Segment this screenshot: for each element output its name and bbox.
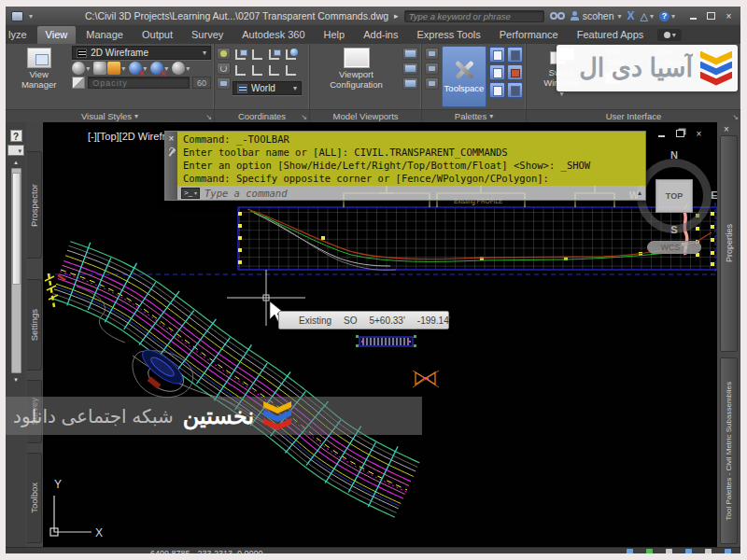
tab-add-ins[interactable]: Add-ins	[355, 26, 406, 44]
search-input[interactable]: Type a keyword or phrase	[404, 10, 544, 22]
toolspace-tab-toolbox[interactable]: Toolbox	[27, 453, 42, 543]
dbconnect-icon[interactable]	[489, 82, 505, 98]
ucs-3point-icon[interactable]	[249, 63, 265, 78]
viewcube-south[interactable]: S	[668, 224, 681, 235]
ucs-object-icon[interactable]	[266, 48, 282, 63]
close-button[interactable]: ×	[723, 11, 735, 21]
scrollbar-thumb[interactable]	[12, 173, 21, 285]
ucs-axis-icon: Y X	[50, 478, 103, 539]
tab-featured-apps[interactable]: Featured Apps	[569, 26, 653, 44]
status-toggle-icons[interactable]	[627, 549, 731, 553]
search-binoculars-icon[interactable]	[550, 11, 565, 21]
ucs-view-icon[interactable]	[283, 63, 299, 78]
face-style-icon[interactable]	[72, 62, 85, 75]
command-customize-icon[interactable]	[168, 148, 176, 157]
textures-icon[interactable]	[150, 62, 163, 75]
sheet-set-manager-icon[interactable]	[507, 47, 523, 63]
restore-viewports-icon[interactable]	[402, 77, 418, 90]
external-references-icon[interactable]	[507, 82, 523, 98]
ucs-world-icon[interactable]	[283, 48, 299, 63]
viewcube-north[interactable]: N	[668, 149, 681, 161]
ucs-z-axis-icon[interactable]	[266, 63, 282, 78]
ucs-rotate-icon[interactable]	[217, 63, 231, 75]
palettes-panel-label[interactable]: Palettes ▾	[422, 109, 526, 122]
tab-performance[interactable]: Performance	[491, 26, 567, 44]
ucs-origin-icon[interactable]	[233, 63, 248, 78]
ucs-named-icon[interactable]	[233, 48, 248, 63]
wcs-dropdown[interactable]: WCS ▾	[647, 241, 701, 254]
drawing-close-icon[interactable]: ×	[694, 129, 704, 138]
render-quality-icon[interactable]	[172, 62, 185, 75]
user-interface-dialog-launcher-icon[interactable]: ↘	[732, 113, 739, 121]
lighting-dropdown-icon[interactable]: ▾	[121, 64, 125, 73]
visual-style-combo[interactable]: 2D Wireframe ▾	[72, 46, 211, 60]
blocks-palette-icon[interactable]	[425, 63, 439, 75]
a360-icon[interactable]: △▾	[641, 10, 654, 22]
tab-autodesk-360[interactable]: Autodesk 360	[233, 26, 313, 44]
tool-palettes-icon[interactable]	[489, 47, 505, 63]
ucs-plane-icon[interactable]	[217, 77, 231, 90]
ucs-icon-show-icon[interactable]	[217, 48, 231, 60]
wcs-label: WCS	[660, 243, 680, 252]
join-viewports-icon[interactable]	[402, 63, 418, 75]
tab-express-tools[interactable]: Express Tools	[408, 26, 488, 44]
tab-survey[interactable]: Survey	[183, 26, 232, 44]
visual-styles-panel-label[interactable]: Visual Styles ▾ ↘	[6, 109, 214, 122]
ribbon-display-toggle[interactable]: ▾	[657, 29, 682, 41]
visual-styles-dialog-launcher-icon[interactable]: ↘	[205, 113, 212, 121]
toolspace-scrollbar[interactable]	[11, 168, 21, 373]
minimize-button[interactable]	[687, 11, 699, 21]
tab-view[interactable]: View	[37, 26, 77, 44]
view-manager-button[interactable]: View Manager	[8, 46, 69, 107]
tab-output[interactable]: Output	[134, 26, 181, 44]
application-menu-icon[interactable]	[11, 11, 23, 21]
help-button[interactable]: ?▾	[659, 11, 682, 21]
viewcube-east[interactable]: E	[708, 189, 717, 201]
opacity-value[interactable]: 60	[192, 77, 211, 89]
maximize-button[interactable]	[705, 11, 717, 21]
tool-palettes-bar[interactable]: Tool Palettes - Civil Metric Subassembli…	[720, 357, 738, 544]
viewcube-top-face[interactable]: TOP	[655, 179, 693, 213]
coordinates-dialog-launcher-icon[interactable]: ↘	[301, 113, 307, 121]
palette-close-icon[interactable]: ×	[724, 124, 729, 134]
face-style-dropdown-icon[interactable]: ▾	[86, 64, 90, 73]
lighting-icon[interactable]	[107, 62, 120, 75]
materials-icon[interactable]	[129, 62, 142, 75]
properties-palette-bar[interactable]: Properties	[720, 135, 738, 352]
ucs-previous-icon[interactable]	[249, 48, 265, 63]
viewport-configuration-button[interactable]: Viewport Configuration	[313, 46, 400, 107]
scroll-up-icon[interactable]: ▴	[14, 159, 18, 165]
user-interface-panel-label[interactable]: User Interface ↘	[527, 109, 740, 122]
model-viewports-panel-label[interactable]: Model Viewports	[310, 109, 421, 122]
drawing-minimize-icon[interactable]	[656, 129, 667, 138]
toolspace-help-button[interactable]: ?	[10, 130, 22, 142]
command-line: Command: Specify opposite corner or [Fen…	[183, 172, 640, 185]
scroll-down-icon[interactable]: ▾	[14, 376, 18, 383]
xray-mode-icon[interactable]	[72, 77, 85, 89]
toolspace-tab-settings[interactable]: Settings	[27, 279, 42, 371]
camera-icon	[664, 32, 670, 38]
shadow-style-icon[interactable]	[93, 62, 106, 75]
toolspace-tab-prospector[interactable]: Prospector	[27, 151, 42, 259]
coordinates-panel-label[interactable]: Coordinates ↘	[215, 109, 309, 122]
markup-set-manager-icon[interactable]	[489, 64, 505, 80]
signin-button[interactable]: scohen ▾	[571, 10, 622, 21]
quickcalc-icon[interactable]	[425, 77, 439, 90]
command-history-toggle-icon[interactable]: ▴	[638, 189, 641, 197]
toolspace-button[interactable]: Toolspace	[442, 46, 486, 107]
tab-analyze[interactable]: lyze	[7, 26, 35, 44]
named-viewports-icon[interactable]	[402, 48, 418, 60]
properties-palette-icon[interactable]	[425, 48, 439, 60]
toolspace-view-combo[interactable]: ▾	[7, 145, 24, 156]
drawing-restore-icon[interactable]	[675, 129, 685, 138]
tab-manage[interactable]: Manage	[78, 26, 132, 44]
tab-help[interactable]: Help	[316, 26, 354, 44]
drawing-recovery-icon[interactable]	[507, 64, 523, 80]
ucs-combo[interactable]: World ▾	[233, 81, 302, 95]
render-quality-dropdown-icon[interactable]: ▾	[186, 64, 190, 73]
exchange-apps-icon[interactable]: X	[627, 9, 635, 22]
command-close-icon[interactable]: ×	[169, 134, 175, 143]
drawing-canvas[interactable]: Existing PROFILE	[43, 122, 717, 547]
command-input[interactable]: >_▾ Type a command ▴	[177, 186, 645, 200]
quick-access-dropdown-icon[interactable]: ▾	[29, 12, 33, 21]
